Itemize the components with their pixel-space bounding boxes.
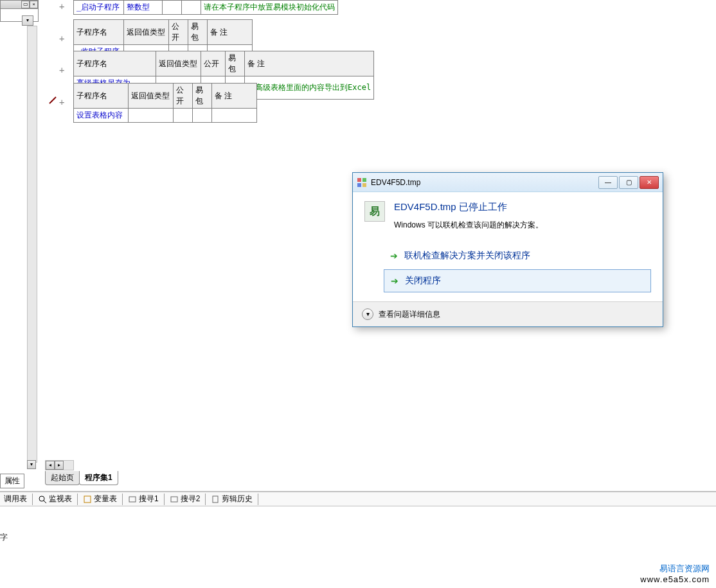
expand-icon[interactable]: +: [59, 1, 64, 12]
search1-button[interactable]: 搜寻1: [124, 492, 163, 506]
subroutine-table-1: _启动子程序 整数型 请在本子程序中放置易模块初始化代码: [73, 0, 338, 15]
col-note: 备 注: [245, 51, 374, 76]
search-icon: [128, 495, 137, 504]
panel-dropdown-icon[interactable]: ▾: [22, 15, 33, 26]
dialog-footer: ▾ 查看问题详细信息: [353, 301, 663, 326]
col-pkg: 易包: [226, 51, 245, 76]
sub-name[interactable]: _启动子程序: [74, 1, 124, 15]
separator: [164, 494, 165, 505]
minimize-button[interactable]: —: [598, 176, 618, 189]
svg-rect-9: [362, 183, 366, 187]
arrow-right-icon: ➔: [390, 251, 398, 261]
svg-line-1: [44, 501, 46, 503]
svg-rect-3: [129, 497, 136, 502]
col-ret: 返回值类型: [156, 51, 201, 76]
call-table-button[interactable]: 调用表: [0, 492, 31, 506]
var-icon: [83, 495, 92, 504]
sub-note[interactable]: 请在本子程序中放置易模块初始化代码: [201, 1, 338, 15]
left-vscroll-down-icon[interactable]: ▾: [27, 460, 36, 469]
editor-hscroll[interactable]: ◂ ▸: [45, 460, 74, 470]
expand-details-icon[interactable]: ▾: [362, 308, 373, 320]
hscroll-right-icon[interactable]: ▸: [55, 461, 64, 470]
watermark: 易语言资源网 www.e5a5x.com: [640, 563, 710, 584]
svg-rect-6: [357, 178, 361, 182]
dialog-body: 易 EDV4F5D.tmp 已停止工作 Windows 可以联机检查该问题的解决…: [353, 192, 663, 301]
editor-tabs: 起始页 程序集1: [45, 474, 118, 485]
panel-header: ▭ ×: [0, 0, 39, 9]
hscroll-left-icon[interactable]: ◂: [46, 461, 55, 470]
sub-note[interactable]: 把高级表格里面的内容导出到Excel: [245, 76, 374, 100]
svg-rect-2: [84, 496, 91, 503]
tab-program-set-1[interactable]: 程序集1: [79, 471, 118, 485]
search2-button[interactable]: 搜寻2: [166, 492, 204, 506]
clipboard-icon: [211, 495, 220, 504]
status-text: 字: [0, 532, 8, 543]
close-button[interactable]: ✕: [640, 176, 659, 189]
clip-history-button[interactable]: 剪辑历史: [207, 492, 256, 506]
col-note: 备 注: [212, 84, 257, 109]
app-icon: 易: [364, 201, 385, 222]
col-ret: 返回值类型: [129, 84, 174, 109]
magnifier-icon: [38, 495, 47, 504]
sub-pub[interactable]: [163, 1, 182, 15]
dialog-description: Windows 可以联机检查该问题的解决方案。: [394, 220, 651, 231]
error-dialog: EDV4F5D.tmp — ▢ ✕ 易 EDV4F5D.tmp 已停止工作 Wi…: [352, 172, 663, 327]
col-name: 子程序名: [74, 51, 156, 76]
bottom-toolbar: 调用表 监视表 变量表 搜寻1 搜寻2 剪辑历史: [0, 491, 716, 506]
expand-icon[interactable]: +: [59, 97, 64, 107]
dialog-heading: EDV4F5D.tmp 已停止工作: [394, 201, 651, 213]
expand-icon[interactable]: +: [59, 65, 64, 75]
breakpoint-marker-icon[interactable]: [48, 96, 57, 105]
col-pkg: 易包: [193, 84, 212, 109]
left-vscroll[interactable]: [27, 26, 37, 463]
search-icon: [170, 495, 179, 504]
sub-name[interactable]: 设置表格内容: [74, 109, 129, 123]
var-table-button[interactable]: 变量表: [79, 492, 121, 506]
panel-pin-icon[interactable]: ▭: [21, 1, 30, 8]
col-name: 子程序名: [74, 20, 124, 45]
col-pub: 公开: [201, 51, 226, 76]
svg-rect-5: [213, 496, 218, 503]
sub-rettype[interactable]: 整数型: [124, 1, 163, 15]
svg-point-0: [39, 496, 44, 501]
col-ret: 返回值类型: [124, 20, 169, 45]
sub-rettype[interactable]: [129, 109, 174, 123]
dialog-titlebar[interactable]: EDV4F5D.tmp — ▢ ✕: [353, 173, 663, 192]
expand-icon[interactable]: +: [59, 33, 64, 44]
col-note: 备 注: [208, 20, 253, 45]
maximize-button[interactable]: ▢: [619, 176, 638, 189]
watermark-line2: www.e5a5x.com: [640, 575, 710, 584]
view-details-link[interactable]: 查看问题详细信息: [379, 309, 440, 320]
svg-rect-8: [357, 183, 361, 187]
svg-rect-7: [362, 178, 366, 182]
properties-tab[interactable]: 属性: [0, 474, 24, 488]
close-program-option[interactable]: ➔ 关闭程序: [384, 269, 651, 292]
arrow-right-icon: ➔: [391, 276, 398, 286]
separator: [32, 494, 33, 505]
sub-note[interactable]: [212, 109, 257, 123]
separator: [122, 494, 123, 505]
col-name: 子程序名: [74, 84, 129, 109]
sub-pub[interactable]: [174, 109, 193, 123]
sub-pkg[interactable]: [182, 1, 201, 15]
sub-pkg[interactable]: [193, 109, 212, 123]
separator: [205, 494, 206, 505]
watermark-line1: 易语言资源网: [640, 563, 710, 575]
watch-table-button[interactable]: 监视表: [34, 492, 76, 506]
separator: [258, 494, 258, 505]
col-pkg: 易包: [188, 20, 208, 45]
panel-close-icon[interactable]: ×: [30, 1, 38, 8]
col-pub: 公开: [174, 84, 193, 109]
app-flag-icon: [357, 177, 367, 188]
separator: [77, 494, 78, 505]
svg-rect-4: [171, 497, 177, 502]
check-online-option[interactable]: ➔ 联机检查解决方案并关闭该程序: [384, 245, 651, 267]
dialog-title: EDV4F5D.tmp: [371, 178, 598, 187]
tab-start[interactable]: 起始页: [45, 471, 80, 485]
col-pub: 公开: [169, 20, 188, 45]
subroutine-table-4: 子程序名 返回值类型 公开 易包 备 注 设置表格内容: [73, 83, 257, 123]
